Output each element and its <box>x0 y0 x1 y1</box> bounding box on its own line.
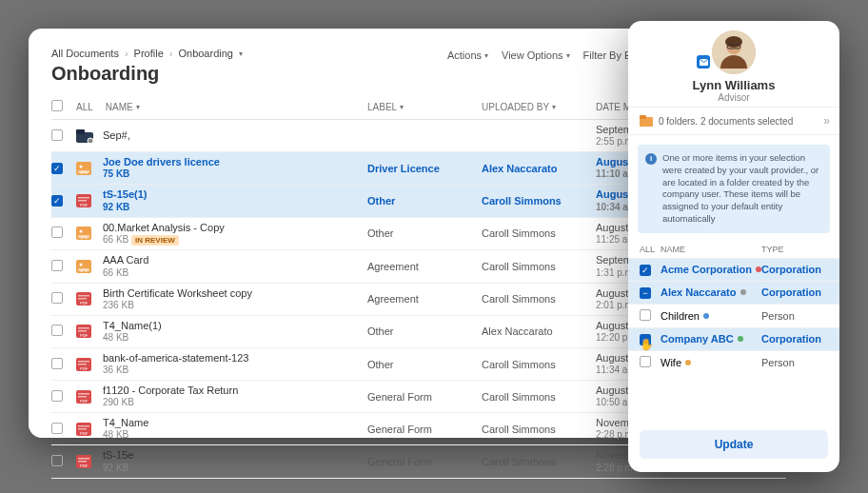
file-name-cell[interactable]: Birth Certificate Worksheet copy236 KB <box>103 287 367 311</box>
svg-rect-45 <box>725 36 742 48</box>
uploader-cell: Caroll Simmons <box>482 359 596 370</box>
entity-type: Corporation <box>761 264 828 275</box>
svg-rect-37 <box>78 428 87 430</box>
row-checkbox[interactable] <box>51 358 63 369</box>
svg-text:PDF: PDF <box>80 301 89 306</box>
file-name-cell[interactable]: Sep#, <box>103 129 367 142</box>
entity-checkbox[interactable]: ✓ <box>640 265 651 276</box>
svg-rect-28 <box>78 361 89 363</box>
file-icon: PDF <box>76 390 103 404</box>
update-button[interactable]: Update <box>640 430 828 459</box>
svg-rect-24 <box>78 327 89 329</box>
file-name-cell[interactable]: 00.Market Analysis - Copy66 KB IN REVIEW <box>103 222 367 246</box>
actions-menu[interactable]: Actions▾ <box>447 49 488 61</box>
svg-text:JPG: JPG <box>80 170 88 175</box>
svg-point-2 <box>88 138 93 143</box>
crumb-all-documents[interactable]: All Documents <box>51 48 119 59</box>
svg-rect-1 <box>76 129 85 134</box>
view-options-menu[interactable]: View Options▾ <box>502 49 570 61</box>
row-checkbox[interactable] <box>51 455 63 466</box>
label-cell: Other <box>367 227 482 239</box>
uploader-cell: Caroll Simmons <box>482 456 596 467</box>
svg-rect-36 <box>78 425 89 427</box>
uploader-cell: Caroll Simmons <box>482 424 596 435</box>
row-checkbox[interactable] <box>51 390 63 402</box>
svg-text:PDF: PDF <box>80 431 89 436</box>
entity-checkbox[interactable] <box>640 309 651 321</box>
svg-text:JPG: JPG <box>80 268 88 273</box>
row-checkbox[interactable]: ✓ <box>51 195 63 207</box>
file-name-cell[interactable]: f1120 - Corporate Tax Return290 KB <box>103 385 367 408</box>
entity-name: Company ABC <box>661 333 761 345</box>
entity-row[interactable]: −Alex Naccarato Corporation <box>628 281 839 304</box>
row-checkbox[interactable] <box>51 129 63 141</box>
row-checkbox[interactable] <box>51 292 63 304</box>
label-cell: General Form <box>367 456 482 467</box>
entity-type: Person <box>761 357 828 368</box>
svg-point-17 <box>80 263 83 266</box>
uploader-cell: Caroll Simmons <box>482 391 596 403</box>
crumb-onboarding[interactable]: Onboarding <box>178 48 233 59</box>
file-icon: JPG <box>76 162 103 175</box>
file-icon: JPG <box>76 227 103 240</box>
file-icon <box>76 129 103 143</box>
row-checkbox[interactable]: ✓ <box>51 163 63 174</box>
row-checkbox[interactable] <box>51 325 63 336</box>
label-cell: Driver Licence <box>367 163 482 174</box>
uploader-cell: Caroll Simmons <box>482 227 596 239</box>
file-icon: JPG <box>76 260 103 273</box>
svg-rect-20 <box>78 295 89 297</box>
label-cell: Agreement <box>367 293 482 305</box>
row-checkbox[interactable] <box>51 423 63 434</box>
crumb-profile[interactable]: Profile <box>134 48 164 59</box>
label-cell: Other <box>367 325 482 337</box>
label-cell: Other <box>367 195 482 207</box>
user-profile: Lynn Williams Advisor <box>628 21 839 107</box>
row-checkbox[interactable] <box>51 227 63 238</box>
svg-rect-21 <box>78 298 87 300</box>
file-icon: PDF <box>76 455 103 468</box>
label-cell: General Form <box>367 391 482 403</box>
chevron-right-icon[interactable]: » <box>823 114 830 128</box>
file-name-cell[interactable]: tS-15e(1)92 KB <box>103 188 367 212</box>
entity-type: Person <box>761 310 828 322</box>
folder-icon <box>640 115 653 127</box>
col-uploaded-by[interactable]: UPLOADED BY▾ <box>482 102 596 112</box>
user-name: Lynn Williams <box>693 78 776 92</box>
col-name[interactable]: ALLNAME▾ <box>76 102 367 112</box>
entity-checkbox[interactable]: − <box>640 287 651 299</box>
file-icon: PDF <box>76 423 103 436</box>
select-all-checkbox[interactable] <box>51 100 63 111</box>
file-name-cell[interactable]: T4_Name(1)48 KB <box>103 320 367 344</box>
svg-rect-8 <box>78 197 89 199</box>
entity-row[interactable]: −Company ABC Corporation <box>628 327 839 350</box>
file-icon: PDF <box>76 292 103 306</box>
entity-assignment-panel: Lynn Williams Advisor 0 folders. 2 docum… <box>628 21 839 472</box>
file-name-cell[interactable]: tS-15e92 KB <box>103 449 367 473</box>
avatar <box>712 30 756 74</box>
entity-row[interactable]: Children Person <box>628 304 839 327</box>
svg-text:PDF: PDF <box>80 366 89 371</box>
entity-name: Alex Naccarato <box>661 286 761 298</box>
svg-text:JPG: JPG <box>80 235 88 240</box>
entity-name: Acme Corporation <box>661 264 761 275</box>
chevron-down-icon: ▾ <box>566 51 570 60</box>
info-message: i One or more items in your selection we… <box>638 145 830 233</box>
file-name-cell[interactable]: bank-of-america-statement-12336 KB <box>103 352 367 376</box>
file-name-cell[interactable]: AAA Card66 KB <box>103 254 367 278</box>
file-name-cell[interactable]: T4_Name48 KB <box>103 417 367 441</box>
chevron-down-icon[interactable]: ▾ <box>239 49 243 58</box>
col-label[interactable]: LABEL▾ <box>367 102 482 112</box>
row-checkbox[interactable] <box>51 260 63 271</box>
entity-checkbox[interactable]: − <box>640 334 651 345</box>
entity-row[interactable]: ✓Acme Corporation Corporation <box>628 258 839 281</box>
label-cell: Agreement <box>367 261 482 272</box>
file-name-cell[interactable]: Joe Doe drivers licence75 KB <box>103 156 367 180</box>
entity-row[interactable]: Wife Person <box>628 350 839 374</box>
entity-checkbox[interactable] <box>640 356 651 367</box>
svg-text:PDF: PDF <box>80 333 89 338</box>
label-cell: General Form <box>367 424 482 435</box>
svg-rect-40 <box>78 458 89 460</box>
svg-rect-25 <box>78 330 87 332</box>
entity-header: ALL NAME TYPE <box>628 241 839 258</box>
